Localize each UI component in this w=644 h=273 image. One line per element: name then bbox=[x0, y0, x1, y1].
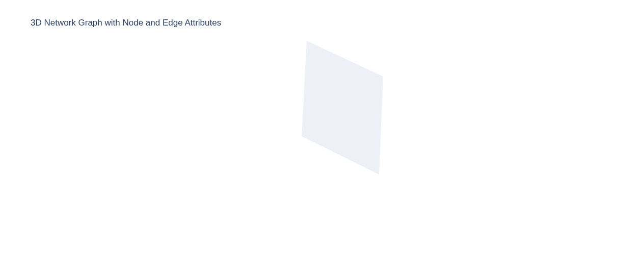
svg-marker-0 bbox=[302, 41, 383, 175]
chart-title: 3D Network Graph with Node and Edge Attr… bbox=[31, 18, 221, 28]
plot-3d[interactable] bbox=[0, 0, 644, 273]
